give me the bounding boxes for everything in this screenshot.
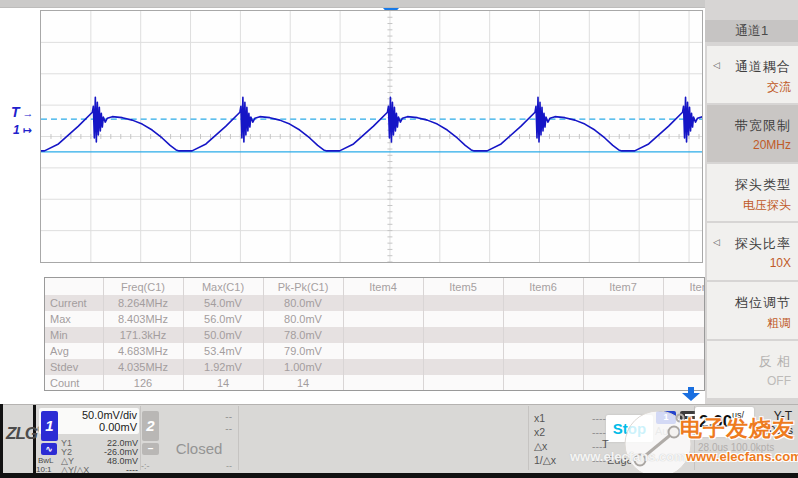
chevron-left-icon: ◁ [713, 237, 720, 247]
table-cell: 50.0mV [183, 327, 263, 343]
ch1-badge[interactable]: 1 [41, 411, 58, 441]
arrow-right-icon: → [23, 107, 34, 119]
row-label: Max [45, 311, 103, 327]
ch1-scale: 50.0mV/div [60, 409, 137, 421]
table-row[interactable]: Avg4.683MHz53.4mV79.0mV [45, 343, 705, 359]
table-cell [343, 343, 423, 359]
menu-item-coupling[interactable]: ◁ 通道耦合 交流 [707, 46, 798, 103]
ch2-badge[interactable]: 2 [142, 411, 159, 441]
table-cell: 4.035MHz [103, 359, 183, 375]
table-cell [503, 375, 583, 391]
table-row[interactable]: Max8.403MHz56.0mV80.0mV [45, 311, 705, 327]
table-row[interactable]: Count1261414 [45, 375, 705, 391]
x1-cursor-row: x1---- [534, 412, 606, 424]
row-label: Count [45, 375, 103, 391]
table-cell: 80.0mV [263, 311, 343, 327]
menu-title: 通道1 [705, 20, 798, 42]
menu-item-bandwidth-limit[interactable]: 带宽限制 20MHz [707, 105, 798, 162]
ch2-extra-right: -- [200, 461, 232, 471]
menu-item-probe-ratio[interactable]: ◁ 探头比率 10X [707, 223, 798, 280]
table-cell [423, 295, 503, 311]
watermark-ghost-url: www.elecfans.com [570, 449, 686, 464]
waveform-graticule [40, 10, 703, 263]
table-header-cell: Item5 [423, 278, 503, 295]
channel1-zero-marker[interactable]: 1↦ [13, 123, 32, 137]
table-row[interactable]: Current8.264MHz54.0mV80.0mV [45, 295, 705, 311]
table-cell: 14 [263, 375, 343, 391]
top-strip [0, 0, 705, 8]
row-label: Current [45, 295, 103, 311]
watermark-url: www.elecfans.com [686, 449, 798, 464]
table-cell [343, 375, 423, 391]
table-cell: 1.92mV [183, 359, 263, 375]
table-header-cell: Item7 [583, 278, 663, 295]
table-header-cell [45, 278, 103, 295]
table-cell: 79.0mV [263, 343, 343, 359]
ch1-offset: 0.00mV [60, 421, 137, 433]
table-cell: 53.4mV [183, 343, 263, 359]
table-cell [583, 311, 663, 327]
table-cell [663, 343, 705, 359]
row-label: Avg [45, 343, 103, 359]
table-cell [663, 295, 705, 311]
table-cell [663, 327, 705, 343]
table-cell: 78.0mV [263, 327, 343, 343]
row-label: Stdev [45, 359, 103, 375]
table-cell: 171.3kHz [103, 327, 183, 343]
table-header-cell: Item6 [503, 278, 583, 295]
divider [528, 406, 529, 470]
menu-item-invert: 反 相 OFF [707, 341, 798, 398]
ch2-extra-left: -:- [141, 461, 150, 471]
table-cell [583, 295, 663, 311]
table-row[interactable]: Min171.3kHz50.0mV78.0mV [45, 327, 705, 343]
table-header-cell: Item4 [343, 278, 423, 295]
table-cell [423, 327, 503, 343]
oscilloscope-screen: T→ 1↦ Freq(C1)Max(C1)Pk-Pk(C1)Item4Item5… [0, 0, 798, 478]
menu-item-gear-adjust[interactable]: 档位调节 粗调 [707, 282, 798, 339]
channel-menu-sidebar: 通道1 ◁ 通道耦合 交流 带宽限制 20MHz 探头类型 电压探头 ◁ 探头比… [705, 0, 798, 404]
table-cell [343, 311, 423, 327]
table-header-cell: Pk-Pk(C1) [263, 278, 343, 295]
menu-item-probe-type[interactable]: 探头类型 电压探头 [707, 164, 798, 221]
ac-coupling-icon: ∿ [41, 443, 57, 455]
x2-cursor-row: x2---- [534, 426, 606, 438]
divider [238, 406, 239, 470]
ch2-offset: -- [160, 423, 232, 434]
table-cell: 1.00mV [263, 359, 343, 375]
table-cell: 80.0mV [263, 295, 343, 311]
watermark-text: 电子发烧友 [680, 414, 795, 444]
table-cell: 126 [103, 375, 183, 391]
table-cell [343, 327, 423, 343]
measurement-table-grid: Freq(C1)Max(C1)Pk-Pk(C1)Item4Item5Item6I… [45, 278, 705, 391]
ch2-minus-badge: – [142, 443, 159, 455]
table-cell [423, 359, 503, 375]
table-cell [423, 375, 503, 391]
table-cell: 14 [183, 375, 263, 391]
table-header-cell: Freq(C1) [103, 278, 183, 295]
trigger-level-marker[interactable]: T→ [11, 104, 34, 120]
table-cell [583, 359, 663, 375]
table-cell [663, 311, 705, 327]
table-cell [343, 295, 423, 311]
table-cell: 4.683MHz [103, 343, 183, 359]
ch2-status: Closed [163, 440, 235, 457]
table-cell: 8.403MHz [103, 311, 183, 327]
bwl-indicator: BwL [38, 456, 54, 465]
chevron-left-icon: ◁ [713, 60, 720, 70]
table-cell: 54.0mV [183, 295, 263, 311]
table-scroll-down-icon[interactable] [682, 387, 700, 401]
table-cell [583, 375, 663, 391]
table-cell [583, 343, 663, 359]
arrow-right-icon: ↦ [23, 124, 32, 136]
measurement-table: Freq(C1)Max(C1)Pk-Pk(C1)Item4Item5Item6I… [44, 277, 705, 391]
table-cell [343, 359, 423, 375]
table-cell [503, 327, 583, 343]
table-cell: 56.0mV [183, 311, 263, 327]
ch2-scale: -- [160, 411, 232, 422]
table-cell [583, 327, 663, 343]
table-header-cell: Item8 [663, 278, 705, 295]
table-cell [663, 359, 705, 375]
table-cell [503, 295, 583, 311]
table-cell [503, 359, 583, 375]
table-row[interactable]: Stdev4.035MHz1.92mV1.00mV [45, 359, 705, 375]
